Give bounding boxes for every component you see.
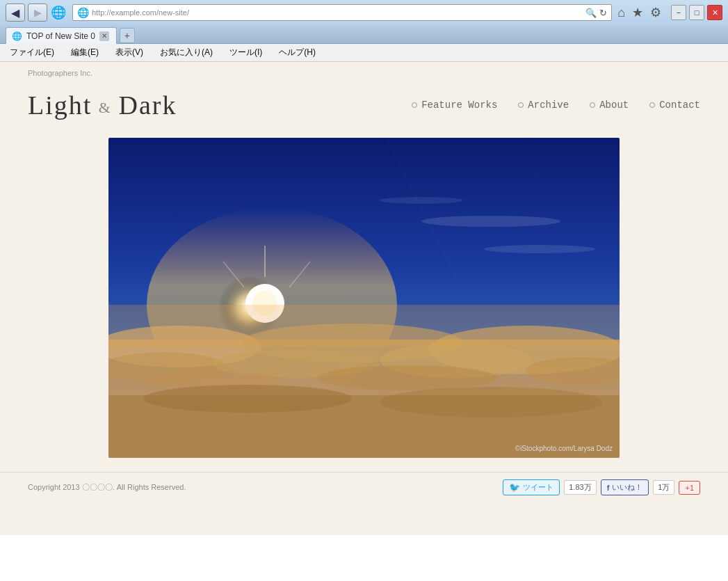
nav-archive-label: Archive	[528, 100, 569, 111]
facebook-icon: f	[607, 484, 610, 492]
site-title-part2: Dark	[118, 90, 177, 120]
menu-help[interactable]: ヘルプ(H)	[276, 46, 318, 59]
site-header: Photographers Inc. Light & Dark Feature …	[0, 62, 728, 134]
maximize-button[interactable]: □	[689, 5, 704, 20]
svg-point-18	[317, 365, 498, 390]
svg-point-24	[421, 216, 560, 227]
nav-feature-works[interactable]: Feature Works	[412, 100, 497, 111]
nav-dot-about	[590, 102, 595, 108]
minimize-button[interactable]: −	[671, 5, 686, 20]
search-icon[interactable]: 🔍	[585, 8, 597, 18]
site-title-ampersand: &	[93, 99, 117, 116]
menu-bar: ファイル(E) 編集(E) 表示(V) お気に入り(A) ツール(I) ヘルプ(…	[0, 44, 728, 62]
tab-bar: 🌐 TOP of New Site 0 ✕ +	[0, 24, 728, 43]
tab-favicon: 🌐	[12, 31, 22, 41]
page-footer: Copyright 2013 〇〇〇〇. All Rights Reserved…	[0, 472, 728, 502]
new-tab-button[interactable]: +	[120, 28, 135, 43]
nav-about-label: About	[599, 100, 629, 111]
google-label: +1	[685, 484, 694, 492]
nav-dot-archive	[518, 102, 524, 108]
menu-tools[interactable]: ツール(I)	[227, 46, 265, 59]
facebook-count: 1万	[653, 480, 674, 495]
hero-credit: ©iStockphoto.com/Larysa Dodz	[515, 445, 613, 452]
settings-icon[interactable]: ⚙	[650, 5, 661, 20]
menu-edit[interactable]: 編集(E)	[68, 46, 102, 59]
close-button[interactable]: ✕	[707, 5, 722, 20]
hero-container: ©iStockphoto.com/Larysa Dodz	[0, 134, 728, 472]
nav-contact-label: Contact	[659, 100, 700, 111]
svg-point-25	[484, 245, 595, 253]
facebook-label: いいね！	[612, 482, 642, 493]
toolbar-icons: ⌂ ★ ⚙	[617, 5, 668, 20]
active-tab[interactable]: 🌐 TOP of New Site 0 ✕	[6, 27, 117, 44]
svg-point-26	[380, 197, 463, 204]
favicon: 🌐	[77, 7, 89, 18]
svg-rect-23	[108, 305, 620, 347]
ie-icon: 🌐	[50, 4, 67, 21]
title-bar: ◀ ▶ 🌐 🌐 http://example.com/new-site/ 🔍 ↻…	[0, 0, 728, 24]
nav-about[interactable]: About	[590, 100, 629, 111]
page-content: Photographers Inc. Light & Dark Feature …	[0, 62, 728, 535]
site-title: Light & Dark	[28, 90, 177, 120]
window-controls-left: ◀ ▶ 🌐	[6, 3, 67, 22]
facebook-button[interactable]: f いいね！	[601, 479, 649, 495]
site-title-part1: Light	[28, 90, 92, 120]
menu-favorites[interactable]: お気に入り(A)	[157, 46, 216, 59]
nav-links: Feature Works Archive About Contact	[412, 100, 700, 111]
refresh-icon[interactable]: ↻	[599, 8, 607, 18]
hero-svg	[108, 138, 620, 458]
twitter-icon: 🐦	[509, 482, 520, 493]
window-controls-right: ⌂ ★ ⚙ − □ ✕	[617, 5, 722, 20]
hero-image: ©iStockphoto.com/Larysa Dodz	[108, 138, 620, 458]
url-text: http://example.com/new-site/	[92, 8, 580, 17]
twitter-label: ツイート	[523, 482, 553, 493]
forward-button[interactable]: ▶	[28, 3, 47, 22]
svg-point-21	[143, 385, 352, 413]
nav-archive[interactable]: Archive	[518, 100, 569, 111]
nav-contact[interactable]: Contact	[649, 100, 700, 111]
svg-point-22	[380, 387, 602, 417]
home-icon[interactable]: ⌂	[617, 6, 625, 20]
nav-dot-feature	[412, 102, 417, 108]
nav-dot-contact	[649, 102, 655, 108]
twitter-count: 1.83万	[564, 480, 596, 495]
tab-close-button[interactable]: ✕	[99, 31, 109, 41]
copyright-text: Copyright 2013 〇〇〇〇. All Rights Reserved…	[28, 482, 186, 493]
site-nav: Light & Dark Feature Works Archive About	[28, 83, 700, 131]
address-bar[interactable]: 🌐 http://example.com/new-site/ 🔍 ↻	[72, 4, 612, 21]
favorites-icon[interactable]: ★	[632, 5, 643, 20]
menu-view[interactable]: 表示(V)	[113, 46, 146, 59]
google-button[interactable]: +1	[679, 481, 700, 495]
twitter-button[interactable]: 🐦 ツイート	[503, 479, 560, 495]
social-buttons: 🐦 ツイート 1.83万 f いいね！ 1万 +1	[503, 479, 700, 495]
tab-title: TOP of New Site 0	[26, 31, 95, 41]
menu-file[interactable]: ファイル(E)	[7, 46, 57, 59]
window-chrome: ◀ ▶ 🌐 🌐 http://example.com/new-site/ 🔍 ↻…	[0, 0, 728, 44]
photographers-label: Photographers Inc.	[28, 69, 700, 77]
nav-feature-works-label: Feature Works	[421, 100, 497, 111]
back-button[interactable]: ◀	[6, 3, 25, 22]
